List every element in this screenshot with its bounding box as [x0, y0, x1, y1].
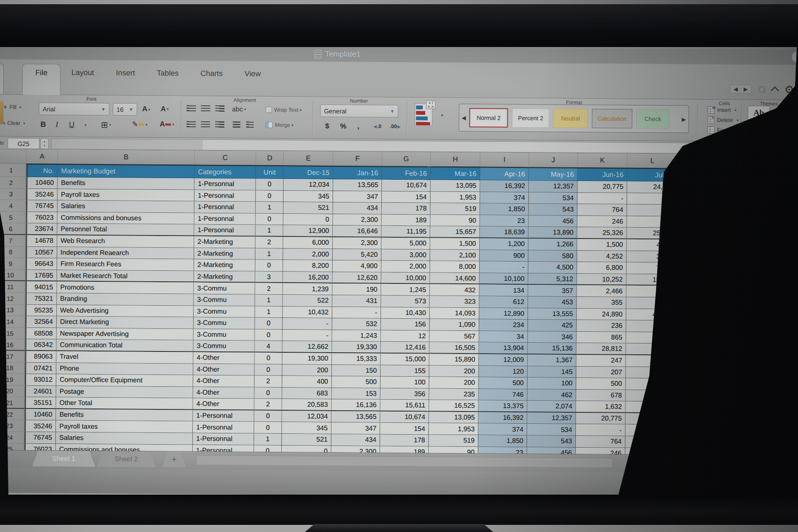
cell-G5[interactable]: 189: [382, 214, 430, 226]
horizontal-scrollbar[interactable]: [196, 455, 613, 468]
cell-D6[interactable]: 1: [255, 225, 283, 237]
cell-A13[interactable]: 95235: [26, 304, 57, 316]
cell-F16[interactable]: 19,330: [332, 341, 381, 353]
column-header-F[interactable]: F: [333, 152, 382, 166]
cell-G10[interactable]: 10,000: [381, 272, 430, 284]
cell-A9[interactable]: 96643: [26, 258, 57, 270]
cell-H19[interactable]: 200: [429, 377, 479, 389]
cell-K6[interactable]: 25,326: [577, 227, 627, 239]
cell-I10[interactable]: 10,100: [480, 273, 528, 285]
cell-A20[interactable]: 24601: [25, 385, 56, 397]
cell-G22[interactable]: 10,674: [380, 411, 429, 423]
cell-C12[interactable]: 3-Commu: [194, 294, 255, 307]
cell-E16[interactable]: 12,662: [282, 341, 332, 353]
cell-A10[interactable]: 17695: [26, 270, 57, 282]
cell-J3[interactable]: 534: [529, 192, 578, 204]
cell-style-check[interactable]: Check: [636, 109, 669, 129]
cell-C18[interactable]: 4-Other: [193, 364, 255, 376]
cell-A14[interactable]: 32564: [26, 316, 57, 328]
chevron-down-icon[interactable]: ▾: [84, 123, 87, 127]
cell-H2[interactable]: 13,095: [430, 180, 480, 192]
cell-I16[interactable]: 13,904: [479, 343, 528, 354]
align-top-button[interactable]: [186, 105, 196, 111]
row-number-2[interactable]: 2: [0, 177, 26, 189]
cell-G20[interactable]: 356: [381, 388, 429, 400]
cell-A18[interactable]: 07421: [25, 362, 56, 374]
cell-H14[interactable]: 1,090: [430, 319, 479, 331]
cell-D4[interactable]: 1: [256, 202, 284, 214]
cell-J12[interactable]: 453: [528, 296, 577, 308]
cell-J7[interactable]: 1,266: [528, 238, 577, 250]
cell-G8[interactable]: 3,000: [381, 249, 430, 261]
column-header-A[interactable]: A: [27, 149, 58, 164]
cell-F4[interactable]: 434: [333, 202, 382, 214]
cell-J5[interactable]: 456: [529, 215, 578, 227]
cell-D1[interactable]: Unit: [256, 165, 284, 179]
merge-button[interactable]: Merge▾: [265, 122, 293, 128]
cell-D14[interactable]: 0: [255, 318, 283, 330]
cell-B14[interactable]: Direct Marketing: [57, 316, 194, 329]
cell-C3[interactable]: 1-Personnal: [194, 190, 256, 202]
text-orientation-button[interactable]: abc▾: [232, 105, 246, 113]
cell-J8[interactable]: 580: [528, 250, 577, 262]
cell-D20[interactable]: 0: [255, 387, 282, 399]
cell-D19[interactable]: 2: [255, 376, 282, 388]
cell-C2[interactable]: 1-Personnal: [194, 178, 256, 191]
cell-C1[interactable]: Categories: [194, 165, 256, 179]
cell-G23[interactable]: 154: [380, 423, 429, 435]
insert-cells-button[interactable]: ◀Insert▾: [707, 106, 740, 114]
cell-A23[interactable]: 35246: [25, 420, 56, 432]
cell-I21[interactable]: 13,375: [478, 401, 527, 412]
cell-D2[interactable]: 0: [256, 179, 284, 191]
cell-B8[interactable]: Independent Reaearch: [57, 247, 194, 259]
cell-E9[interactable]: 8,200: [283, 260, 333, 272]
cell-month-Dec-15[interactable]: Dec-15: [284, 165, 333, 179]
cell-F5[interactable]: 2,300: [333, 214, 382, 226]
cell-B2[interactable]: Benefits: [58, 177, 194, 190]
cell-G9[interactable]: 2,000: [381, 261, 430, 273]
collapse-ribbon-icon[interactable]: [771, 86, 779, 94]
row-number-4[interactable]: 4: [0, 200, 26, 212]
cell-G18[interactable]: 155: [381, 365, 429, 377]
search-icon[interactable]: [758, 86, 765, 92]
cell-K12[interactable]: 355: [577, 297, 626, 309]
cell-E18[interactable]: 200: [282, 364, 332, 376]
cell-E21[interactable]: 20,583: [282, 399, 331, 411]
cell-J20[interactable]: 462: [528, 389, 576, 401]
cell-F13[interactable]: -: [332, 307, 381, 318]
cell-E12[interactable]: 522: [283, 295, 332, 307]
cell-H7[interactable]: 1,500: [430, 238, 480, 249]
cell-C4[interactable]: 1-Personnal: [194, 202, 256, 214]
cell-B19[interactable]: Computer/Office Equipment: [56, 374, 193, 387]
row-number-6[interactable]: 6: [0, 223, 26, 235]
cell-C10[interactable]: 2-Marketing: [194, 271, 255, 283]
font-size-select[interactable]: 16▼: [113, 103, 137, 115]
cell-E13[interactable]: 10,432: [283, 307, 332, 318]
cell-J6[interactable]: 13,890: [528, 227, 577, 239]
cell-F15[interactable]: 1,243: [332, 330, 381, 342]
cell-A2[interactable]: 10460: [26, 177, 58, 189]
cell-B16[interactable]: Communication Total: [56, 340, 193, 352]
cell-A22[interactable]: 10460: [25, 409, 56, 421]
cell-B23[interactable]: Payroll taxes: [56, 421, 193, 433]
cell-I4[interactable]: 1,850: [480, 204, 529, 215]
cell-G21[interactable]: 15,611: [380, 400, 429, 411]
cell-H17[interactable]: 15,890: [429, 354, 479, 365]
tab-insert[interactable]: Insert: [105, 64, 146, 82]
column-header-D[interactable]: D: [256, 151, 284, 165]
cell-F22[interactable]: 13,565: [331, 411, 380, 423]
cell-I5[interactable]: 23: [480, 215, 529, 227]
cell-month-May-16[interactable]: May-16: [529, 167, 578, 181]
column-header-C[interactable]: C: [195, 151, 256, 165]
cell-E14[interactable]: -: [283, 318, 332, 330]
tab-tables[interactable]: Tables: [146, 65, 189, 82]
cell-A21[interactable]: 35151: [25, 397, 56, 409]
tab-charts[interactable]: Charts: [189, 65, 234, 83]
cell-K16[interactable]: 28,812: [576, 343, 626, 355]
cell-J17[interactable]: 1,367: [528, 354, 576, 366]
row-number-3[interactable]: 3: [0, 189, 26, 200]
cell-F3[interactable]: 347: [333, 191, 382, 202]
column-header-K[interactable]: K: [578, 153, 627, 168]
cell-K8[interactable]: 4,252: [577, 251, 627, 262]
cell-E24[interactable]: 521: [282, 434, 331, 446]
